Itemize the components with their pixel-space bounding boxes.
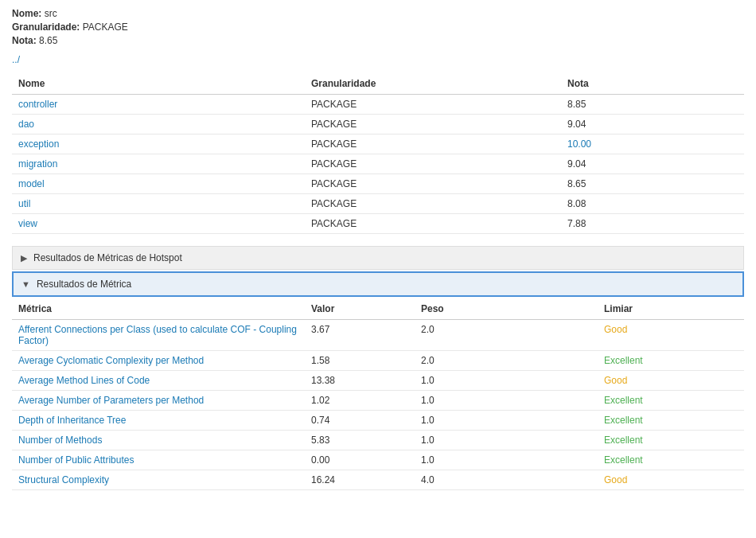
cell-metrica[interactable]: Number of Methods: [12, 431, 305, 450]
main-table-header-row: Nome Granularidade Nota: [12, 73, 744, 95]
hotspot-section-label: Resultados de Métricas de Hotspot: [33, 252, 182, 263]
cell-valor: 1.58: [305, 351, 415, 371]
granularidade-value: PACKAGE: [83, 21, 128, 33]
cell-metrica[interactable]: Average Number of Parameters per Method: [12, 391, 305, 411]
cell-limiar: Excellent: [598, 391, 744, 411]
metrica-link[interactable]: Average Cyclomatic Complexity per Method: [18, 355, 204, 366]
metrica-link[interactable]: Structural Complexity: [18, 474, 109, 485]
cell-limiar: Excellent: [598, 411, 744, 431]
col-header-nome: Nome: [12, 73, 305, 95]
cell-peso: 1.0: [415, 411, 598, 431]
table-row: exceptionPACKAGE10.00: [12, 134, 744, 154]
cell-nota: 9.04: [561, 115, 744, 134]
cell-nota: 9.04: [561, 154, 744, 174]
nome-value: src: [45, 8, 57, 19]
nota-line: Nota: 8.65: [12, 35, 744, 46]
metrics-row: Afferent Connections per Class (used to …: [12, 320, 744, 351]
metrica-toggle-icon: ▼: [21, 279, 30, 289]
metrics-row: Structural Complexity16.244.0Good: [12, 470, 744, 490]
metrics-table: Métrica Valor Peso Limiar Afferent Conne…: [12, 298, 744, 490]
table-row: modelPACKAGE8.65: [12, 174, 744, 194]
cell-metrica[interactable]: Average Method Lines of Code: [12, 371, 305, 391]
section-hotspot[interactable]: ▶ Resultados de Métricas de Hotspot: [12, 246, 744, 270]
cell-valor: 5.83: [305, 431, 415, 450]
cell-nome[interactable]: view: [12, 214, 305, 234]
metrics-table-header-row: Métrica Valor Peso Limiar: [12, 298, 744, 320]
cell-nota: 8.85: [561, 95, 744, 115]
nome-link[interactable]: util: [18, 198, 30, 209]
cell-granularidade: PACKAGE: [305, 194, 561, 214]
cell-granularidade: PACKAGE: [305, 95, 561, 115]
cell-nome[interactable]: exception: [12, 134, 305, 154]
nota-value: 8.65: [39, 35, 57, 46]
metrics-row: Average Cyclomatic Complexity per Method…: [12, 351, 744, 371]
cell-metrica[interactable]: Number of Public Attributes: [12, 450, 305, 470]
metrica-section-label: Resultados de Métrica: [37, 279, 131, 290]
section-metrica[interactable]: ▼ Resultados de Métrica: [12, 271, 744, 297]
metrica-link[interactable]: Afferent Connections per Class (used to …: [18, 324, 297, 346]
cell-limiar: Good: [598, 320, 744, 351]
table-row: daoPACKAGE9.04: [12, 115, 744, 134]
cell-nome[interactable]: dao: [12, 115, 305, 134]
cell-granularidade: PACKAGE: [305, 154, 561, 174]
cell-metrica[interactable]: Afferent Connections per Class (used to …: [12, 320, 305, 351]
cell-nome[interactable]: controller: [12, 95, 305, 115]
cell-nome[interactable]: model: [12, 174, 305, 194]
cell-granularidade: PACKAGE: [305, 115, 561, 134]
nome-line: Nome: src: [12, 8, 744, 19]
cell-limiar: Good: [598, 470, 744, 490]
metrica-link[interactable]: Average Number of Parameters per Method: [18, 395, 204, 406]
metrics-row: Average Number of Parameters per Method1…: [12, 391, 744, 411]
cell-granularidade: PACKAGE: [305, 214, 561, 234]
col-header-peso: Peso: [415, 298, 598, 320]
cell-limiar: Excellent: [598, 450, 744, 470]
back-link[interactable]: ../: [12, 54, 20, 65]
cell-peso: 1.0: [415, 450, 598, 470]
col-header-metrica: Métrica: [12, 298, 305, 320]
cell-valor: 0.00: [305, 450, 415, 470]
metrics-row: Average Method Lines of Code13.381.0Good: [12, 371, 744, 391]
cell-limiar: Good: [598, 371, 744, 391]
nota-label: Nota:: [12, 35, 37, 46]
nome-link[interactable]: exception: [18, 138, 59, 150]
table-row: migrationPACKAGE9.04: [12, 154, 744, 174]
cell-nome[interactable]: migration: [12, 154, 305, 174]
table-row: controllerPACKAGE8.85: [12, 95, 744, 115]
metrics-row: Number of Methods5.831.0Excellent: [12, 431, 744, 450]
nome-link[interactable]: dao: [18, 119, 34, 130]
col-header-limiar: Limiar: [598, 298, 744, 320]
nome-link[interactable]: model: [18, 178, 45, 189]
metrica-link[interactable]: Depth of Inheritance Tree: [18, 415, 126, 426]
cell-peso: 2.0: [415, 320, 598, 351]
col-header-valor: Valor: [305, 298, 415, 320]
metrics-row: Number of Public Attributes0.001.0Excell…: [12, 450, 744, 470]
nome-label: Nome:: [12, 8, 41, 19]
cell-nota: 7.88: [561, 214, 744, 234]
cell-valor: 0.74: [305, 411, 415, 431]
cell-metrica[interactable]: Average Cyclomatic Complexity per Method: [12, 351, 305, 371]
cell-nota: 8.08: [561, 194, 744, 214]
col-header-granularidade: Granularidade: [305, 73, 561, 95]
cell-valor: 16.24: [305, 470, 415, 490]
cell-peso: 2.0: [415, 351, 598, 371]
cell-valor: 1.02: [305, 391, 415, 411]
cell-nota: 10.00: [561, 134, 744, 154]
metrica-link[interactable]: Number of Methods: [18, 435, 102, 446]
cell-granularidade: PACKAGE: [305, 134, 561, 154]
cell-metrica[interactable]: Structural Complexity: [12, 470, 305, 490]
cell-peso: 1.0: [415, 431, 598, 450]
cell-peso: 1.0: [415, 371, 598, 391]
nome-link[interactable]: migration: [18, 158, 57, 170]
granularidade-label: Granularidade:: [12, 21, 80, 33]
cell-valor: 3.67: [305, 320, 415, 351]
cell-metrica[interactable]: Depth of Inheritance Tree: [12, 411, 305, 431]
col-header-nota: Nota: [561, 73, 744, 95]
cell-nome[interactable]: util: [12, 194, 305, 214]
nome-link[interactable]: controller: [18, 99, 57, 110]
header-info: Nome: src Granularidade: PACKAGE Nota: 8…: [12, 8, 744, 46]
metrica-link[interactable]: Average Method Lines of Code: [18, 375, 150, 386]
nome-link[interactable]: view: [18, 218, 37, 229]
cell-peso: 1.0: [415, 391, 598, 411]
metrica-link[interactable]: Number of Public Attributes: [18, 454, 134, 466]
cell-peso: 4.0: [415, 470, 598, 490]
